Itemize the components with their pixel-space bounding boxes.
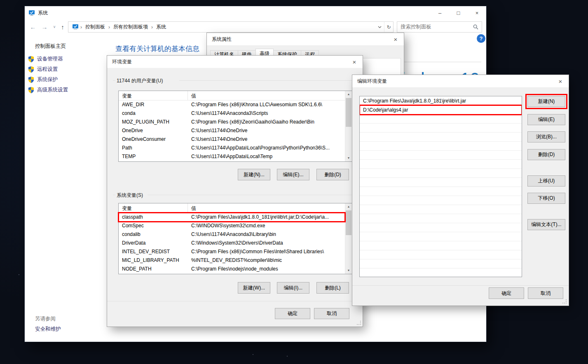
maximize-button[interactable]: □ (449, 6, 468, 20)
resize-grip[interactable] (562, 299, 567, 303)
navigation-toolbar: ← → ∨ ↑ › 控制面板›所有控制面板项›系统 ↻ 搜索控制面板 (25, 20, 486, 34)
browse-button[interactable]: 浏览(B)... (527, 131, 565, 142)
window-titlebar[interactable]: 系统 (25, 6, 486, 20)
table-header[interactable]: 变量值 (119, 91, 345, 100)
system-new-button[interactable]: 新建(W)... (238, 282, 270, 294)
table-row[interactable]: classpathC:\Program Files\Java\jdk1.8.0_… (119, 213, 345, 222)
path-entries-list[interactable]: C:\Program Files\Java\jdk1.8.0_181\jre\l… (359, 96, 522, 277)
user-delete-button[interactable]: 删除(D) (316, 169, 349, 180)
scroll-down-icon[interactable]: ▼ (345, 155, 352, 161)
list-empty-row[interactable] (360, 232, 522, 241)
help-icon[interactable]: ? (477, 34, 485, 43)
list-empty-row[interactable] (360, 250, 522, 259)
close-button[interactable]: × (468, 6, 486, 20)
variable-value-cell: C:\Program Files (x86)\Khrona LLC\Awesom… (188, 100, 345, 109)
edit-button[interactable]: 编辑(E) (527, 114, 565, 125)
table-row[interactable]: ComSpecC:\WINDOWS\system32\cmd.exe (119, 222, 345, 230)
list-empty-row[interactable] (360, 133, 522, 142)
table-row[interactable]: NODE_PATHC:\Program Files\nodejs\node_mo… (119, 265, 345, 273)
close-icon[interactable]: × (351, 58, 358, 66)
ok-button[interactable]: 确定 (275, 308, 310, 319)
cancel-button[interactable]: 取消 (528, 287, 563, 299)
address-bar[interactable]: › 控制面板›所有控制面板项›系统 ↻ (68, 21, 394, 33)
list-item[interactable]: D:\Code\jar\algs4.jar (360, 105, 522, 114)
table-row[interactable]: TEMPC:\Users\11744\AppData\Local\Temp (119, 152, 345, 161)
scrollbar-thumb[interactable] (346, 210, 351, 235)
list-empty-row[interactable] (360, 169, 522, 178)
table-row[interactable]: PathC:\Users\11744\AppData\Local\Program… (119, 144, 345, 152)
cancel-button[interactable]: 取消 (314, 308, 349, 319)
close-icon[interactable]: × (392, 36, 399, 43)
refresh-icon[interactable]: ↻ (384, 22, 393, 32)
move-up-button[interactable]: 上移(U) (527, 175, 565, 187)
list-empty-row[interactable] (360, 241, 522, 250)
table-row[interactable]: DriverDataC:\Windows\System32\Drivers\Dr… (119, 239, 345, 247)
user-table-scrollbar[interactable]: ▲ ▼ (345, 91, 352, 161)
list-empty-row[interactable] (360, 196, 522, 205)
system-edit-button[interactable]: 编辑(I)... (277, 282, 309, 294)
table-row[interactable]: MIC_LD_LIBRARY_PATH%INTEL_DEV_REDIST%com… (119, 256, 345, 265)
list-empty-row[interactable] (360, 178, 522, 187)
system-table-scrollbar[interactable]: ▲ ▼ (345, 203, 352, 274)
forward-icon[interactable]: → (40, 22, 49, 32)
breadcrumb-item[interactable]: 所有控制面板项 (111, 23, 150, 30)
sidebar-item-system-protection[interactable]: 系统保护 (28, 76, 58, 83)
ok-button[interactable]: 确定 (489, 287, 524, 299)
column-header-variable[interactable]: 变量 (119, 91, 188, 100)
column-header-value[interactable]: 值 (188, 91, 345, 100)
breadcrumb-item[interactable]: 控制面板 (83, 23, 108, 30)
list-empty-row[interactable] (360, 151, 522, 160)
table-row[interactable]: condalibC:\Users\11744\Anaconda3\Library… (119, 230, 345, 239)
user-variables-table[interactable]: 变量值AWE_DIRC:\Program Files (x86)\Khrona … (118, 91, 352, 162)
list-empty-row[interactable] (360, 259, 522, 268)
minimize-button[interactable]: – (431, 6, 449, 20)
move-down-button[interactable]: 下移(O) (527, 193, 565, 204)
table-row[interactable]: OneDriveConsumerC:\Users\11744\OneDrive (119, 135, 345, 144)
dialog-titlebar[interactable]: 编辑环境变量 (352, 75, 569, 87)
list-empty-row[interactable] (360, 214, 522, 223)
sidebar-item-security-maintenance[interactable]: 安全和维护 (35, 326, 61, 333)
up-icon[interactable]: ↑ (58, 22, 68, 32)
table-row[interactable]: condaC:\Users\11744\Anaconda3\Scripts (119, 109, 345, 118)
sidebar-item-device-manager[interactable]: 设备管理器 (28, 56, 63, 63)
delete-button[interactable]: 删除(D) (527, 149, 565, 160)
dialog-titlebar[interactable]: 系统属性 (207, 33, 404, 45)
table-row[interactable]: AWE_DIRC:\Program Files (x86)\Khrona LLC… (119, 100, 345, 109)
address-dropdown-icon[interactable] (375, 22, 384, 32)
list-empty-row[interactable] (360, 142, 522, 151)
column-header-value[interactable]: 值 (188, 203, 345, 212)
user-edit-button[interactable]: 编辑(E)... (277, 169, 309, 180)
sidebar-item-remote-settings[interactable]: 远程设置 (28, 66, 58, 73)
table-row[interactable]: MOZ_PLUGIN_PATHC:\Program Files (x86)\Ze… (119, 118, 345, 126)
breadcrumb-item[interactable]: 系统 (154, 23, 169, 30)
new-button[interactable]: 新建(N) (527, 96, 565, 107)
table-row[interactable]: OneDriveC:\Users\11744\OneDrive (119, 126, 345, 135)
user-new-button[interactable]: 新建(N)... (238, 169, 270, 180)
sidebar-item-label: 高级系统设置 (37, 86, 68, 93)
list-empty-row[interactable] (360, 160, 522, 169)
search-box[interactable]: 搜索控制面板 (397, 21, 482, 33)
scroll-up-icon[interactable]: ▲ (345, 203, 352, 210)
edit-text-button[interactable]: 编辑文本(T)... (527, 219, 565, 230)
dialog-titlebar[interactable]: 环境变量 (107, 56, 363, 68)
table-header[interactable]: 变量值 (119, 203, 345, 213)
column-header-variable[interactable]: 变量 (119, 203, 188, 212)
back-icon[interactable]: ← (28, 22, 38, 32)
sidebar-item-advanced-system-settings[interactable]: 高级系统设置 (28, 86, 68, 93)
list-empty-row[interactable] (360, 205, 522, 214)
list-empty-row[interactable] (360, 124, 522, 133)
close-icon[interactable]: × (557, 78, 564, 85)
table-row[interactable]: INTEL_DEV_REDISTC:\Program Files (x86)\C… (119, 247, 345, 256)
scroll-up-icon[interactable]: ▲ (345, 91, 352, 98)
system-delete-button[interactable]: 删除(L) (316, 282, 349, 294)
sidebar-item-control-panel-home[interactable]: 控制面板主页 (35, 43, 66, 50)
search-icon[interactable] (473, 24, 478, 30)
system-variables-table[interactable]: 变量值classpathC:\Program Files\Java\jdk1.8… (118, 203, 352, 274)
scroll-down-icon[interactable]: ▼ (345, 267, 352, 274)
list-empty-row[interactable] (360, 114, 522, 124)
scrollbar-thumb[interactable] (346, 98, 351, 127)
resize-grip[interactable] (357, 321, 361, 325)
list-item[interactable]: C:\Program Files\Java\jdk1.8.0_181\jre\l… (360, 96, 522, 105)
list-empty-row[interactable] (360, 187, 522, 196)
list-empty-row[interactable] (360, 223, 522, 232)
